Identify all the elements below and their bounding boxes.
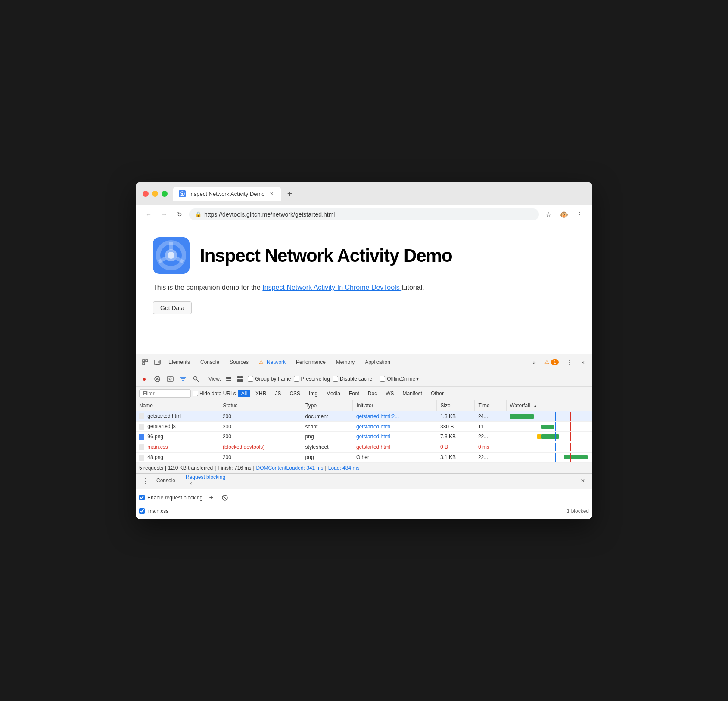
offline-checkbox[interactable]: Offline <box>380 376 401 382</box>
cell-type: script <box>302 422 353 432</box>
devtools-panel: Elements Console Sources ⚠ Network Perfo… <box>136 354 592 519</box>
hide-data-urls-checkbox[interactable]: Hide data URLs <box>193 391 236 397</box>
cell-waterfall <box>506 411 592 422</box>
tab-title: Inspect Network Activity Demo <box>189 191 265 197</box>
tab-memory[interactable]: Memory <box>331 356 360 369</box>
group-by-frame-checkbox[interactable]: Group by frame <box>248 376 291 382</box>
col-initiator[interactable]: Initiator <box>353 400 437 411</box>
warning-badge: 1 <box>551 359 559 365</box>
svg-rect-18 <box>167 377 173 381</box>
menu-icon[interactable]: ⋮ <box>573 208 585 220</box>
cell-time: 0 ms <box>475 442 506 452</box>
col-type[interactable]: Type <box>302 400 353 411</box>
col-time[interactable]: Time <box>475 400 506 411</box>
tab-bar: Inspect Network Activity Demo × + <box>173 187 297 201</box>
minimize-traffic-light[interactable] <box>152 191 158 197</box>
tab-close-btn[interactable]: × <box>268 190 275 197</box>
search-button[interactable] <box>191 374 201 384</box>
large-rows-button[interactable] <box>235 374 245 384</box>
table-row[interactable]: main.css (blocked:devtools) stylesheet g… <box>136 442 592 452</box>
svg-point-5 <box>168 252 174 259</box>
drawer-close-button[interactable]: × <box>577 475 589 487</box>
svg-line-21 <box>197 380 199 382</box>
get-data-button[interactable]: Get Data <box>153 301 192 314</box>
filter-xhr-btn[interactable]: XHR <box>252 390 270 397</box>
svg-point-20 <box>194 376 197 380</box>
enable-request-blocking-checkbox[interactable]: Enable request blocking <box>139 495 202 501</box>
col-waterfall[interactable]: Waterfall ▲ <box>506 400 592 411</box>
devtools-close-button[interactable]: × <box>577 357 589 369</box>
reload-button[interactable]: ↻ <box>174 208 186 220</box>
table-row[interactable]: 48.png 200 png Other 3.1 KB 22... <box>136 452 592 462</box>
filter-other-btn[interactable]: Other <box>427 390 447 397</box>
filter-manifest-btn[interactable]: Manifest <box>399 390 426 397</box>
load-time[interactable]: Load: 484 ms <box>328 465 360 471</box>
view-buttons <box>224 374 245 384</box>
tab-console[interactable]: Console <box>195 356 224 369</box>
drawer-tab-close-btn[interactable]: × <box>187 480 194 487</box>
block-button[interactable] <box>220 493 230 503</box>
table-row[interactable]: getstarted.html 200 document getstarted.… <box>136 411 592 422</box>
filter-ws-btn[interactable]: WS <box>382 390 397 397</box>
filter-input[interactable] <box>139 389 191 398</box>
tab-application[interactable]: Application <box>360 356 395 369</box>
filter-js-btn[interactable]: JS <box>271 390 284 397</box>
browser-tab-active[interactable]: Inspect Network Activity Demo × <box>173 187 281 201</box>
filter-img-btn[interactable]: Img <box>305 390 321 397</box>
add-pattern-button[interactable]: + <box>206 493 216 503</box>
col-name[interactable]: Name <box>136 400 219 411</box>
tab-sources[interactable]: Sources <box>224 356 254 369</box>
cell-time: 22... <box>475 432 506 442</box>
cell-type: png <box>302 432 353 442</box>
col-status[interactable]: Status <box>219 400 302 411</box>
col-size[interactable]: Size <box>437 400 475 411</box>
account-icon[interactable]: 🐵 <box>558 208 570 220</box>
drawer-tab-request-blocking[interactable]: Request blocking × <box>180 471 230 490</box>
more-tabs-button[interactable]: » <box>529 358 539 367</box>
throttle-select[interactable]: Online ▾ <box>404 374 415 384</box>
filter-media-btn[interactable]: Media <box>323 390 344 397</box>
filter-all-btn[interactable]: All <box>238 390 250 397</box>
disable-cache-checkbox[interactable]: Disable cache <box>333 376 372 382</box>
devtools-inspect-icon[interactable] <box>139 359 151 366</box>
new-tab-button[interactable]: + <box>283 187 297 201</box>
devtools-responsive-icon[interactable] <box>151 359 163 366</box>
cell-status: 200 <box>219 411 302 422</box>
list-view-button[interactable] <box>224 374 234 384</box>
devtools-link[interactable]: Inspect Network Activity In Chrome DevTo… <box>262 284 401 291</box>
table-header-row: Name Status Type Initiator Size Time Wat… <box>136 400 592 411</box>
stop-recording-button[interactable] <box>152 374 162 384</box>
filter-css-btn[interactable]: CSS <box>286 390 304 397</box>
file-icon <box>139 424 144 430</box>
toolbar-sep-2 <box>376 375 376 383</box>
record-button[interactable]: ● <box>139 374 149 384</box>
tab-elements[interactable]: Elements <box>163 356 195 369</box>
preserve-log-checkbox[interactable]: Preserve log <box>294 376 330 382</box>
devtools-kebab-button[interactable]: ⋮ <box>564 357 576 369</box>
drawer-tab-console[interactable]: Console <box>151 475 180 487</box>
drawer-more-button[interactable]: ⋮ <box>139 475 151 487</box>
forward-button[interactable]: → <box>158 208 170 220</box>
table-row[interactable]: getstarted.js 200 script getstarted.html… <box>136 422 592 432</box>
cell-status: 200 <box>219 452 302 462</box>
url-bar[interactable]: 🔒 https://devtools.glitch.me/network/get… <box>189 208 539 220</box>
browser-toolbar-icons: ☆ 🐵 ⋮ <box>542 208 585 220</box>
dom-loaded-time[interactable]: DOMContentLoaded: 341 ms <box>256 465 324 471</box>
file-icon <box>139 444 144 450</box>
blocked-item[interactable]: main.css 1 blocked <box>139 506 589 516</box>
cell-size: 1.3 KB <box>437 411 475 422</box>
blocked-item-label: main.css <box>148 508 563 514</box>
maximize-traffic-light[interactable] <box>162 191 168 197</box>
table-row[interactable]: 96.png 200 png getstarted.html 7.3 KB 22… <box>136 432 592 442</box>
tab-performance[interactable]: Performance <box>291 356 331 369</box>
filter-doc-btn[interactable]: Doc <box>364 390 380 397</box>
filter-font-btn[interactable]: Font <box>345 390 363 397</box>
screenshot-button[interactable] <box>165 374 175 384</box>
back-button[interactable]: ← <box>143 208 155 220</box>
filter-button[interactable] <box>178 374 188 384</box>
bookmark-icon[interactable]: ☆ <box>542 208 554 220</box>
tab-network[interactable]: ⚠ Network <box>254 356 291 369</box>
close-traffic-light[interactable] <box>143 191 149 197</box>
blocked-item-checkbox[interactable] <box>139 508 145 514</box>
warning-badge-area[interactable]: ⚠ 1 <box>539 356 564 369</box>
